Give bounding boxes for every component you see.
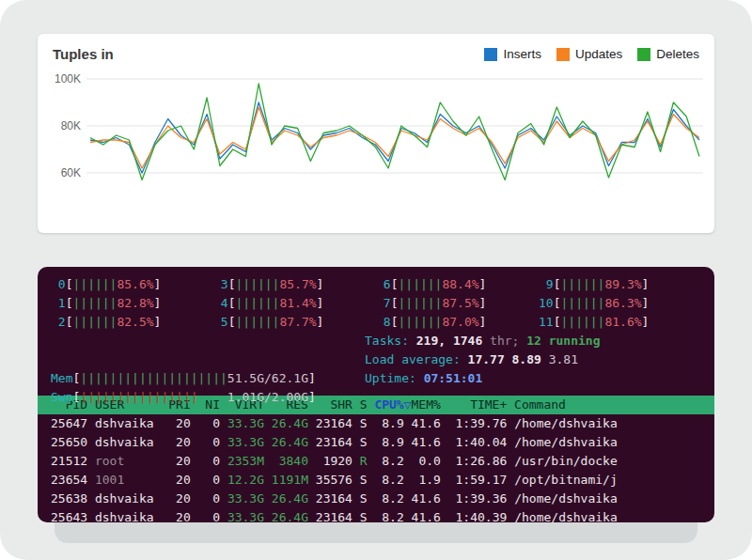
legend-item-updates[interactable]: Updates — [556, 47, 622, 61]
running-count: 12 running — [526, 334, 600, 348]
svg-text:80K: 80K — [61, 119, 81, 132]
svg-text:60K: 60K — [61, 166, 81, 179]
svg-text:100K: 100K — [55, 72, 81, 86]
cpu-meter-5: 5[||||||87.7%] — [213, 313, 376, 332]
htop-terminal: 0[||||||85.6%] 3[||||||85.7%] 6[||||||88… — [38, 267, 714, 522]
terminal-summary-area: Mem[||||||||||||||||||||51.5G/62.1G]Swp[… — [38, 332, 714, 388]
cpu-meter-3: 3[||||||85.7%] — [213, 275, 376, 294]
legend-label: Inserts — [503, 47, 541, 61]
chart-title: Tuples in — [53, 46, 114, 62]
process-row[interactable]: 25638 dshvaika 20 0 33.3G 26.4G 23164 S … — [38, 490, 714, 508]
load-label: Load average: — [365, 352, 461, 366]
thr-label: thr; — [490, 334, 519, 348]
load-15min: 3.81 — [549, 352, 578, 366]
load-5min: 8.89 — [512, 352, 541, 366]
legend-item-deletes[interactable]: Deletes — [637, 47, 699, 61]
tuples-chart: 100K80K60K — [45, 66, 707, 197]
swp-meter: Swp[|||||||||||||||| 1.01G/2.00G] — [51, 388, 701, 407]
load-1min: 17.77 — [468, 352, 505, 366]
legend-swatch-updates — [556, 48, 570, 61]
cpu-meter-6: 6[||||||88.4%] — [376, 275, 539, 294]
tasks-line: Tasks: 219, 1746 thr; 12 running — [365, 332, 601, 350]
tasks-count: 219, — [416, 334, 446, 348]
cpu-meter-8: 8[||||||87.0%] — [376, 313, 539, 332]
cpu-meters: 0[||||||85.6%] 3[||||||85.7%] 6[||||||88… — [38, 275, 714, 332]
cpu-meter-0: 0[||||||85.6%] — [51, 275, 213, 294]
system-summary: Tasks: 219, 1746 thr; 12 runningLoad ave… — [365, 332, 601, 388]
cpu-meter-2: 2[||||||82.5%] — [51, 313, 213, 332]
load-line: Load average: 17.77 8.89 3.81 — [365, 350, 601, 369]
uptime-line: Uptime: 07:51:01 — [365, 369, 601, 388]
chart-header: Tuples in InsertsUpdatesDeletes — [38, 34, 714, 64]
cpu-meter-1: 1[||||||82.8%] — [51, 294, 213, 313]
legend-swatch-inserts — [484, 48, 497, 61]
uptime-value: 07:51:01 — [424, 371, 483, 385]
cpu-meter-4: 4[||||||81.4%] — [213, 294, 376, 313]
legend-label: Deletes — [656, 47, 699, 61]
process-row[interactable]: 25643 dshvaika 20 0 33.3G 26.4G 23164 S … — [38, 508, 714, 522]
legend-item-inserts[interactable]: Inserts — [484, 47, 541, 61]
process-row[interactable]: 23654 1001 20 0 12.2G 1191M 35576 S 8.2 … — [38, 471, 714, 490]
threads-count: 1746 — [453, 334, 482, 348]
dashboard: Tuples in InsertsUpdatesDeletes 100K80K6… — [0, 0, 752, 560]
cpu-meter-10: 10[||||||86.3%] — [539, 294, 701, 313]
tuples-chart-card: Tuples in InsertsUpdatesDeletes 100K80K6… — [38, 34, 714, 233]
cpu-meter-7: 7[||||||87.5%] — [376, 294, 539, 313]
chart-legend: InsertsUpdatesDeletes — [484, 47, 699, 61]
cpu-meter-11: 11[||||||81.6%] — [539, 313, 701, 332]
tasks-label: Tasks: — [365, 334, 409, 348]
legend-swatch-deletes — [637, 48, 650, 61]
cpu-meter-9: 9[||||||89.3%] — [539, 275, 701, 294]
uptime-label: Uptime: — [365, 371, 416, 385]
legend-label: Updates — [575, 47, 622, 61]
